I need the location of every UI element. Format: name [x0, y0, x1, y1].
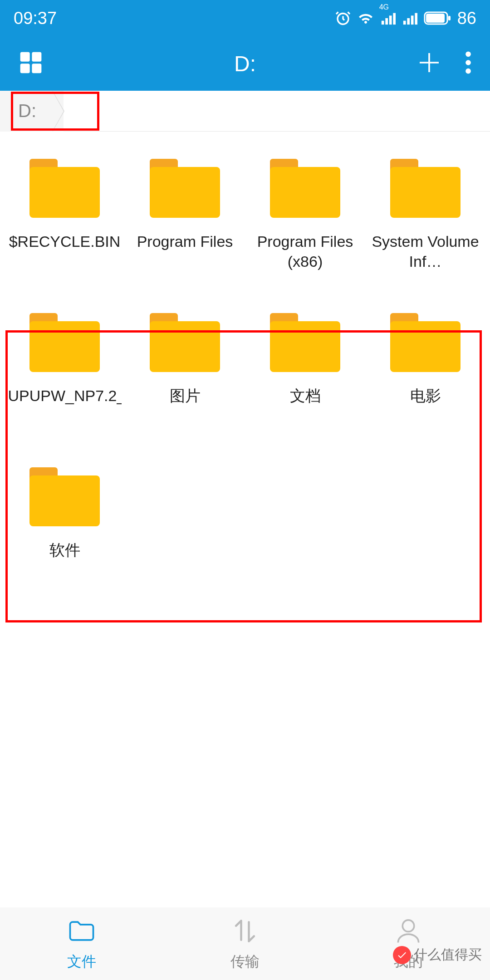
- grid-view-icon[interactable]: [18, 50, 44, 77]
- battery-icon: [424, 11, 451, 25]
- folder-item[interactable]: System Volume Inf…: [365, 150, 485, 304]
- svg-point-16: [466, 52, 471, 57]
- folder-label: 图片: [170, 386, 201, 406]
- folder-icon: [29, 159, 100, 218]
- svg-rect-10: [426, 14, 445, 23]
- svg-rect-1: [382, 21, 384, 25]
- status-bar: 09:37 4G: [0, 0, 490, 36]
- more-icon[interactable]: [465, 50, 472, 77]
- battery-level: 86: [457, 9, 476, 28]
- svg-point-18: [466, 69, 471, 74]
- folder-icon: [29, 313, 100, 372]
- svg-rect-12: [20, 52, 30, 62]
- folder-icon: [390, 159, 461, 218]
- folder-grid: $RECYCLE.BIN Program Files Program Files…: [0, 132, 490, 612]
- folder-icon: [390, 313, 461, 372]
- svg-rect-4: [393, 13, 396, 24]
- folder-item[interactable]: 文档: [245, 304, 365, 458]
- folder-label: 电影: [410, 386, 441, 406]
- folder-item[interactable]: UPUPW_NP7.2_64: [5, 304, 125, 458]
- mobile-signal-icon-2: [402, 10, 417, 26]
- mobile-signal-icon-1: 4G: [380, 10, 396, 26]
- folder-item[interactable]: Program Files: [125, 150, 245, 304]
- folder-icon: [270, 159, 340, 218]
- folder-item[interactable]: Program Files (x86): [245, 150, 365, 304]
- alarm-icon: [335, 10, 351, 26]
- folder-item[interactable]: 图片: [125, 304, 245, 458]
- watermark: 什么值得买: [393, 946, 482, 964]
- svg-rect-2: [385, 18, 388, 24]
- breadcrumb-root[interactable]: D:: [0, 91, 64, 132]
- tab-files-label: 文件: [67, 952, 96, 972]
- folder-item[interactable]: 软件: [5, 458, 125, 612]
- folder-label: UPUPW_NP7.2_64: [8, 386, 122, 406]
- svg-rect-13: [32, 52, 41, 62]
- tab-transfer-label: 传输: [230, 952, 260, 972]
- status-time: 09:37: [14, 9, 57, 28]
- bottom-nav: 文件 传输 我的: [0, 907, 490, 980]
- tab-files[interactable]: 文件: [66, 916, 97, 972]
- svg-rect-14: [20, 64, 30, 73]
- svg-rect-5: [403, 21, 406, 25]
- watermark-logo-icon: [393, 946, 411, 964]
- folder-label: System Volume Inf…: [369, 231, 482, 271]
- add-icon[interactable]: [416, 50, 442, 77]
- folder-item[interactable]: $RECYCLE.BIN: [5, 150, 125, 304]
- watermark-text: 什么值得买: [414, 946, 482, 964]
- tab-transfer[interactable]: 传输: [230, 916, 260, 972]
- svg-rect-15: [32, 64, 41, 73]
- person-icon: [393, 916, 424, 948]
- svg-rect-7: [411, 15, 414, 24]
- svg-rect-6: [407, 18, 410, 24]
- folder-icon: [29, 467, 100, 526]
- files-icon: [66, 916, 97, 948]
- svg-point-17: [466, 60, 471, 65]
- folder-label: Program Files: [137, 231, 233, 251]
- folder-label: 软件: [49, 540, 80, 560]
- transfer-icon: [230, 916, 260, 948]
- folder-label: $RECYCLE.BIN: [9, 231, 121, 251]
- app-bar: D:: [0, 36, 490, 91]
- folder-item[interactable]: 电影: [365, 304, 485, 458]
- breadcrumb-label: D:: [18, 101, 36, 121]
- folder-label: Program Files (x86): [249, 231, 362, 271]
- folder-icon: [270, 313, 340, 372]
- svg-rect-11: [448, 16, 451, 20]
- svg-rect-3: [389, 15, 392, 24]
- wifi-icon: [358, 10, 374, 26]
- svg-rect-8: [415, 13, 417, 24]
- app-title: D:: [234, 51, 256, 76]
- folder-label: 文档: [290, 386, 321, 406]
- status-icons: 4G 86: [335, 9, 476, 28]
- folder-icon: [150, 313, 220, 372]
- svg-point-19: [402, 920, 414, 932]
- breadcrumb: D:: [0, 91, 490, 132]
- folder-icon: [150, 159, 220, 218]
